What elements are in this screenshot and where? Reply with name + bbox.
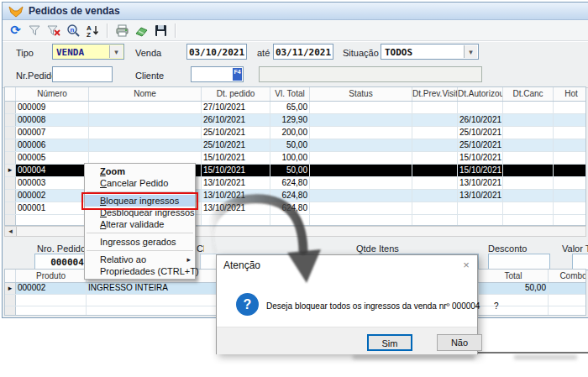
grid-cell[interactable] [554,177,586,189]
grid-cell[interactable] [554,102,586,113]
grid-cell[interactable]: 15/10/2021 [202,165,270,176]
chevron-down-icon[interactable]: ▾ [109,45,123,58]
grid-cell[interactable] [310,127,412,139]
grid-cell[interactable] [310,202,412,214]
find-icon[interactable]: n [66,24,81,38]
menu-item-propriedades-ctrl-t[interactable]: Propriedades (CTRL+T) [85,265,195,277]
grid-cell[interactable]: 15/10/2021 [458,165,503,176]
scroll-left-icon[interactable]: ◂ [5,227,17,236]
grid-cell[interactable] [503,152,554,164]
grid-cell[interactable] [503,177,554,189]
grid-cell[interactable] [549,283,586,294]
grid-cell[interactable] [412,165,458,176]
grid-cell[interactable] [554,190,586,202]
grid-cell[interactable]: 000007 [16,127,89,139]
date-to-field[interactable]: 03/11/2021 [273,44,333,60]
grid-cell[interactable] [89,139,202,151]
grid-cell[interactable]: 000002 [16,283,87,294]
window-titlebar[interactable]: Pedidos de vendas [3,3,588,20]
grid-cell[interactable] [503,127,554,139]
grid-cell[interactable]: 25/10/2021 [202,139,270,151]
grid-cell[interactable] [412,139,458,151]
grid-cell[interactable] [503,102,554,113]
grid-cell[interactable] [554,127,586,139]
grid-cell[interactable]: 25/10/2021 [458,127,503,139]
grid-cell[interactable] [554,202,586,214]
grid-cell[interactable] [554,114,586,126]
grid-cell[interactable]: 50,00 [270,165,310,176]
grid-cell[interactable]: 13/10/2021 [458,177,503,189]
grid-cell[interactable]: 27/10/2021 [202,102,270,113]
grid-cell[interactable]: 000008 [16,114,89,126]
yes-button[interactable]: Sim [367,334,412,351]
grid-cell[interactable] [554,165,586,176]
no-button[interactable]: Não [437,334,482,351]
grid-cell[interactable] [412,152,458,164]
grid-cell[interactable] [412,190,458,202]
grid-cell[interactable] [310,102,412,113]
grid-cell[interactable]: 000009 [16,102,89,113]
filter-icon[interactable] [28,24,42,38]
menu-item-zoom[interactable]: Zoom [85,165,195,177]
grid-cell[interactable] [89,127,202,139]
grid-cell[interactable] [412,177,458,189]
grid-cell[interactable]: 100,00 [270,152,310,164]
grid-cell[interactable] [503,202,554,214]
grid-cell[interactable]: 26/10/2021 [202,114,270,126]
grid-cell[interactable] [89,152,202,164]
grid-cell[interactable] [89,114,202,126]
grid-cell[interactable] [310,139,412,151]
grid-cell[interactable] [89,102,202,113]
grid-cell[interactable]: 13/10/2021 [202,190,270,202]
grid-cell[interactable]: 624,80 [270,202,310,214]
grid-cell[interactable] [503,165,554,176]
grid-cell[interactable]: 000002 [16,190,89,202]
print-icon[interactable] [115,24,129,38]
grid-cell[interactable] [310,190,412,202]
table-row[interactable]: 00000826/10/2021129,9026/10/2021 [5,114,585,127]
grid-cell[interactable] [310,177,412,189]
grid-cell[interactable] [310,165,412,176]
situacao-combobox[interactable]: TODOS ▾ [381,44,479,60]
grid-cell[interactable] [310,152,412,164]
grid-cell[interactable] [503,139,554,151]
menu-item-cancelar-pedido[interactable]: Cancelar Pedido [85,177,195,189]
grid-cell[interactable] [412,202,458,214]
grid-cell[interactable]: 13/10/2021 [202,177,270,189]
grid-cell[interactable] [554,139,586,151]
grid-cell[interactable] [412,102,458,113]
grid-cell[interactable]: 200,00 [270,127,310,139]
grid-cell[interactable]: 624,80 [270,177,310,189]
menu-item-alterar-validade[interactable]: Alterar validade [85,218,195,230]
grid-cell[interactable]: 000005 [16,152,89,164]
refresh-icon[interactable]: ⟳ [8,24,23,38]
grid-cell[interactable]: 25/10/2021 [458,139,503,151]
clear-filter-icon[interactable] [47,24,61,38]
grid-cell[interactable]: 50,00 [479,283,549,294]
grid-cell[interactable]: 000006 [16,139,89,151]
nr-pedido-input[interactable] [52,66,113,82]
grid-cell[interactable]: 000003 [16,177,89,189]
table-row[interactable]: 00000927/10/202165,00 [5,102,585,114]
grid-cell[interactable]: 129,90 [270,114,310,126]
grid-cell[interactable] [412,127,458,139]
grid-cell[interactable]: 15/10/2021 [202,152,270,164]
grid-cell[interactable] [503,190,554,202]
close-icon[interactable]: × [459,259,473,272]
chevron-down-icon[interactable]: ▾ [464,45,477,58]
table-row[interactable]: 00000725/10/2021200,0025/10/2021 [5,127,585,139]
save-icon[interactable] [154,24,168,38]
menu-item-ingressos-gerados[interactable]: Ingressos gerados [85,236,195,248]
tipo-combobox[interactable]: VENDA ▾ [52,44,124,60]
grid-cell[interactable]: 13/10/2021 [202,202,270,214]
date-from-field[interactable]: 03/10/2021 [186,44,247,60]
grid-cell[interactable]: 13/10/2021 [458,190,503,202]
grid-cell[interactable]: 624,80 [270,190,310,202]
grid-cell[interactable] [458,102,503,113]
cliente-code-input[interactable]: F4 [191,66,244,82]
cliente-f4-button[interactable]: F4 [233,68,242,81]
grid-cell[interactable]: 000001 [16,202,89,214]
eraser-icon[interactable] [134,24,149,38]
grid-cell[interactable]: 50,00 [270,139,310,151]
valor-total-field[interactable] [572,254,588,270]
